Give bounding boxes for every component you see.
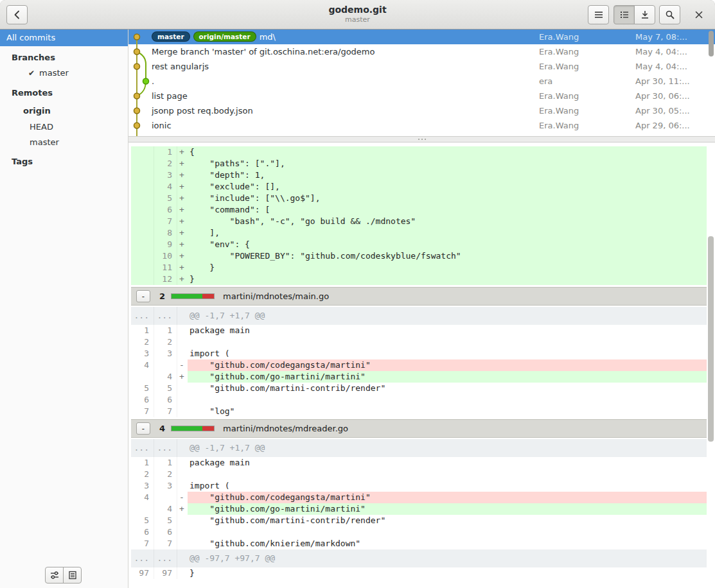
old-line-number <box>131 146 154 158</box>
list-mode-button[interactable] <box>63 567 82 584</box>
list-view-button[interactable] <box>613 5 635 24</box>
commit-view-button[interactable] <box>634 5 655 24</box>
sidebar-item-origin-head[interactable]: HEAD <box>0 119 128 135</box>
diff-line: ......@@ -1,7 +1,7 @@ <box>131 307 707 325</box>
old-line-number <box>131 204 154 216</box>
commit-message: rest angularjs <box>152 62 209 71</box>
commit-row[interactable]: masterorigin/mastermd\Era.WangMay 7, 08:… <box>128 30 715 44</box>
diff-text: "exclude": [], <box>188 181 707 193</box>
stat-removed-segment <box>202 294 214 298</box>
old-line-number: 7 <box>131 406 154 417</box>
collapse-file-button[interactable]: - <box>136 422 150 435</box>
commit-row[interactable]: list pageEra.WangApr 30, 06:... <box>128 89 715 103</box>
sidebar-item-origin-master[interactable]: master <box>0 135 128 150</box>
file-stat-bar <box>171 293 215 299</box>
branch-label: master <box>39 68 69 78</box>
new-line-number: 5 <box>154 383 177 394</box>
diff-text: } <box>188 262 707 273</box>
diff-marker <box>177 567 188 579</box>
new-line-number: 6 <box>154 394 177 406</box>
chevron-left-icon <box>12 10 22 20</box>
diff-text: "depth": 1, <box>188 169 707 181</box>
diff-marker <box>177 538 188 549</box>
new-line-number: 5 <box>154 515 177 526</box>
commit-list-scrollbar[interactable] <box>709 31 714 56</box>
commit-message: . <box>152 76 154 86</box>
diff-text: "github.com/codegangsta/martini" <box>188 359 707 371</box>
diff-marker: + <box>177 204 188 216</box>
diff-line: 66 <box>131 526 707 538</box>
sidebar-section-tags: Tags <box>0 150 128 169</box>
diff-added-file-block: 1+{2+ "paths": ["."],3+ "depth": 1,4+ "e… <box>131 146 707 285</box>
old-line-number: 4 <box>131 492 154 503</box>
file-change-count: 4 <box>159 424 165 433</box>
diff-text <box>188 394 707 406</box>
commit-message-cell: rest angularjs <box>152 59 539 74</box>
new-line-number: 7 <box>154 216 177 227</box>
diff-text <box>188 469 707 480</box>
new-line-number: 7 <box>154 406 177 417</box>
commit-row[interactable]: rest angularjsEra.WangMay 4, 04:... <box>128 59 715 74</box>
commit-date: Apr 30, 05:... <box>635 103 705 118</box>
commit-rows: masterorigin/mastermd\Era.WangMay 7, 08:… <box>128 30 715 133</box>
commit-row[interactable]: Merge branch 'master' of git.oschina.net… <box>128 44 715 59</box>
new-line-number: 2 <box>154 336 177 348</box>
back-button[interactable] <box>6 5 28 24</box>
commit-message: Merge branch 'master' of git.oschina.net… <box>152 47 375 56</box>
menu-button[interactable] <box>588 5 609 24</box>
diff-marker <box>177 515 188 526</box>
sidebar-item-all-commits[interactable]: All commits <box>0 30 128 46</box>
old-line-number <box>131 227 154 239</box>
diff-file-header[interactable]: -2martini/mdnotes/main.go <box>131 287 707 306</box>
diff-line: 1+{ <box>131 146 707 158</box>
commit-row[interactable]: .eraApr 30, 11:... <box>128 74 715 89</box>
diff-line: 9+ "env": { <box>131 239 707 250</box>
old-line-number: 4 <box>131 359 154 371</box>
pane-splitter[interactable] <box>128 136 715 143</box>
commit-message: jsonp post req.body.json <box>152 106 253 116</box>
commit-row[interactable]: jsonp post req.body.jsonEra.WangApr 30, … <box>128 103 715 118</box>
old-line-number <box>131 169 154 181</box>
commit-author: Era.Wang <box>539 118 635 133</box>
dash-settings-button[interactable] <box>45 567 64 584</box>
old-line-number: 1 <box>131 325 154 336</box>
new-line-number: 12 <box>154 273 177 285</box>
diff-line: 4+ "github.com/go-martini/martini" <box>131 503 707 515</box>
diff-marker <box>177 336 188 348</box>
diff-text: "log" <box>188 406 707 417</box>
diff-text: @@ -1,7 +1,7 @@ <box>188 307 707 325</box>
commit-message: md\ <box>260 32 276 42</box>
new-line-number: 6 <box>154 526 177 538</box>
sidebar-section-branches: Branches <box>0 46 128 65</box>
collapse-file-button[interactable]: - <box>136 290 150 302</box>
diff-text <box>188 526 707 538</box>
close-window-button[interactable] <box>691 5 707 24</box>
old-line-number <box>131 273 154 285</box>
old-line-number: 1 <box>131 457 154 469</box>
file-stat-bar <box>171 426 215 431</box>
diff-marker: + <box>177 503 188 515</box>
diff-line: 6+ "command": [ <box>131 204 707 216</box>
search-button[interactable] <box>659 5 680 24</box>
diff-text: } <box>188 567 707 579</box>
diff-line: 22 <box>131 336 707 348</box>
diff-line: 11package main <box>131 325 707 336</box>
commit-row[interactable]: ionicEra.WangApr 29, 06:... <box>128 118 715 133</box>
diff-text: "env": { <box>188 239 707 250</box>
sidebar-item-branch-master[interactable]: ✔master <box>0 65 128 82</box>
old-line-number <box>131 193 154 204</box>
commit-message-cell: . <box>152 74 539 89</box>
old-line-number: ... <box>131 307 154 325</box>
diff-line: 4+ "exclude": [], <box>131 181 707 193</box>
new-line-number: 7 <box>154 538 177 549</box>
sliders-icon <box>49 570 60 580</box>
diff-text <box>188 336 707 348</box>
diff-marker <box>177 480 188 492</box>
diff-line: 77 "log" <box>131 406 707 417</box>
new-line-number: 1 <box>154 325 177 336</box>
diff-scrollbar[interactable] <box>708 236 714 442</box>
sidebar-item-remote-origin[interactable]: origin <box>0 103 128 119</box>
diff-line: 33import ( <box>131 480 707 492</box>
diff-marker <box>177 526 188 538</box>
diff-file-header[interactable]: -4martini/mdnotes/mdreader.go <box>131 419 707 438</box>
